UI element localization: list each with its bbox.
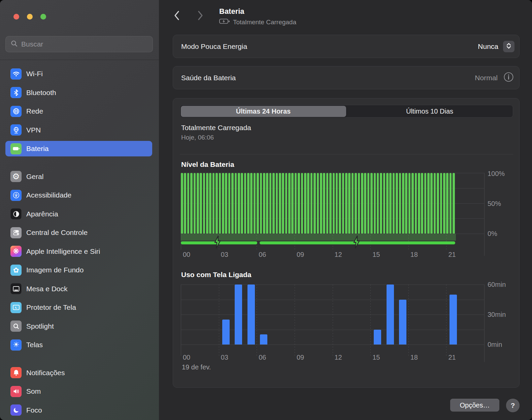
sidebar-item-aparencia[interactable]: Aparência xyxy=(5,206,152,222)
sidebar-item-notificacoes[interactable]: Notificações xyxy=(5,365,152,381)
chart-gridline-v xyxy=(295,284,295,356)
low-power-label: Modo Pouca Energia xyxy=(181,42,247,51)
sidebar-item-vpn[interactable]: VPN xyxy=(5,122,152,138)
sidebar-item-label: Protetor de Tela xyxy=(26,303,76,311)
sidebar-item-label: Aparência xyxy=(26,210,58,218)
chart-axis-right xyxy=(484,284,485,362)
forward-button[interactable] xyxy=(194,9,207,23)
desktop-icon xyxy=(10,283,22,294)
close-button[interactable] xyxy=(13,14,19,20)
sidebar: Buscar Wi-FiBluetoothRedeVPNBateria⚙Gera… xyxy=(0,0,159,420)
low-power-value: Nunca xyxy=(478,42,498,51)
flower-icon: ✿ xyxy=(10,265,22,276)
sidebar-item-foco[interactable]: Foco xyxy=(5,402,152,418)
screen-usage-bar xyxy=(399,300,406,345)
low-power-select[interactable] xyxy=(503,41,514,52)
sidebar-item-som[interactable]: Som xyxy=(5,384,152,399)
bell-icon xyxy=(10,367,22,378)
search-placeholder: Buscar xyxy=(21,40,43,48)
sidebar-item-spotlight[interactable]: Spotlight xyxy=(5,319,152,334)
stepper-chevrons-icon xyxy=(506,42,511,51)
sidebar-item-imagem-de-fundo[interactable]: ✿Imagem de Fundo xyxy=(5,262,152,278)
sidebar-item-label: Central de Controle xyxy=(26,229,88,237)
battery-health-info-button[interactable] xyxy=(503,72,514,83)
zoom-button[interactable] xyxy=(40,14,46,20)
sidebar-item-apple-intelligence-e-siri[interactable]: ❋Apple Intelligence e Siri xyxy=(5,244,152,259)
help-button[interactable]: ? xyxy=(506,399,520,412)
search-input[interactable]: Buscar xyxy=(5,36,153,52)
screensaver-icon xyxy=(10,302,22,313)
battery-health-label: Saúde da Bateria xyxy=(181,74,236,82)
main-panel: Bateria Totalmente Carregada Modo Pouca … xyxy=(159,0,532,420)
sidebar-item-wi-fi[interactable]: Wi-Fi xyxy=(5,66,152,82)
sun-icon: ☀ xyxy=(10,339,22,351)
sidebar-item-label: Som xyxy=(26,387,41,395)
battery-status: Totalmente Carregada xyxy=(219,19,296,26)
battery-health-card: Saúde da Bateria Normal xyxy=(173,66,520,89)
x-tick-label: 18 xyxy=(410,354,418,361)
chevron-right-icon xyxy=(197,10,204,23)
sidebar-item-central-de-controle[interactable]: Central de Controle xyxy=(5,225,152,240)
globe-icon xyxy=(10,106,22,117)
chart-gridline-v xyxy=(257,284,257,356)
battery-icon xyxy=(10,143,22,154)
sidebar-item-acessibilidade[interactable]: Acessibilidade xyxy=(5,187,152,203)
sidebar-item-label: Apple Intelligence e Siri xyxy=(26,247,100,256)
x-tick-label: 21 xyxy=(448,354,456,361)
search-icon xyxy=(10,40,18,49)
chevron-left-icon xyxy=(173,10,180,23)
sidebar-item-label: Telas xyxy=(26,341,43,349)
chart-gridline-v xyxy=(370,284,371,356)
chart-axis-left xyxy=(181,284,181,356)
sidebar-item-bateria[interactable]: Bateria xyxy=(5,141,152,156)
sidebar-item-label: Geral xyxy=(26,173,43,181)
sidebar-item-geral[interactable]: ⚙Geral xyxy=(5,169,152,184)
page-title: Bateria xyxy=(219,7,244,16)
screen-usage-bar xyxy=(387,284,394,344)
sidebar-item-rede[interactable]: Rede xyxy=(5,103,152,119)
x-tick-label: 00 xyxy=(183,354,190,361)
screen-usage-bar xyxy=(260,334,267,344)
accessibility-icon xyxy=(10,190,22,201)
chart-gridline-v xyxy=(446,284,446,356)
sidebar-item-protetor-de-tela[interactable]: Protetor de Tela xyxy=(5,300,152,315)
sidebar-item-label: Imagem de Fundo xyxy=(26,266,84,274)
traffic-lights xyxy=(13,14,46,20)
chart-gridline-v xyxy=(408,284,409,356)
y-tick-label: 60min xyxy=(488,281,506,289)
y-tick-label: 30min xyxy=(488,311,506,319)
sidebar-item-label: Wi-Fi xyxy=(26,70,43,78)
info-icon xyxy=(503,72,514,84)
sidebar-item-label: Rede xyxy=(26,107,43,115)
y-tick-label: 0min xyxy=(488,341,502,349)
sidebar-item-label: Bluetooth xyxy=(26,89,56,97)
screen-usage-bar xyxy=(247,284,255,344)
sidebar-item-mesa-e-dock[interactable]: Mesa e Dock xyxy=(5,281,152,297)
settings-window: Buscar Wi-FiBluetoothRedeVPNBateria⚙Gera… xyxy=(0,0,532,420)
screen-usage-chart: 000306091215182160min30min0min xyxy=(173,98,519,387)
x-tick-label: 15 xyxy=(372,354,380,361)
back-button[interactable] xyxy=(170,9,184,23)
screen-usage-bar xyxy=(450,295,457,344)
chart-gridline-v xyxy=(333,284,333,356)
minimize-button[interactable] xyxy=(27,14,33,20)
sidebar-item-bluetooth[interactable]: Bluetooth xyxy=(5,85,152,100)
low-power-card: Modo Pouca Energia Nunca xyxy=(173,35,520,58)
sidebar-divider xyxy=(0,60,159,60)
chart-date-label: 19 de fev. xyxy=(182,363,211,371)
x-tick-label: 06 xyxy=(259,354,266,361)
speaker-icon xyxy=(10,386,22,397)
screen-usage-bar xyxy=(374,330,381,345)
screen-usage-bar xyxy=(235,284,242,344)
sidebar-item-label: Notificações xyxy=(26,369,65,377)
ai-flower-icon: ❋ xyxy=(10,246,22,257)
sidebar-item-label: VPN xyxy=(26,126,41,134)
screen-usage-bar xyxy=(222,320,230,344)
options-button[interactable]: Opções… xyxy=(450,399,499,412)
battery-health-value: Normal xyxy=(475,74,498,82)
usage-panel-card: Últimas 24 Horas Últimos 10 Dias Totalme… xyxy=(173,98,520,388)
sidebar-item-telas[interactable]: ☀Telas xyxy=(5,337,152,353)
chart-gridline-v xyxy=(219,284,219,356)
sidebar-item-label: Spotlight xyxy=(26,322,54,330)
sidebar-item-label: Bateria xyxy=(26,145,49,153)
